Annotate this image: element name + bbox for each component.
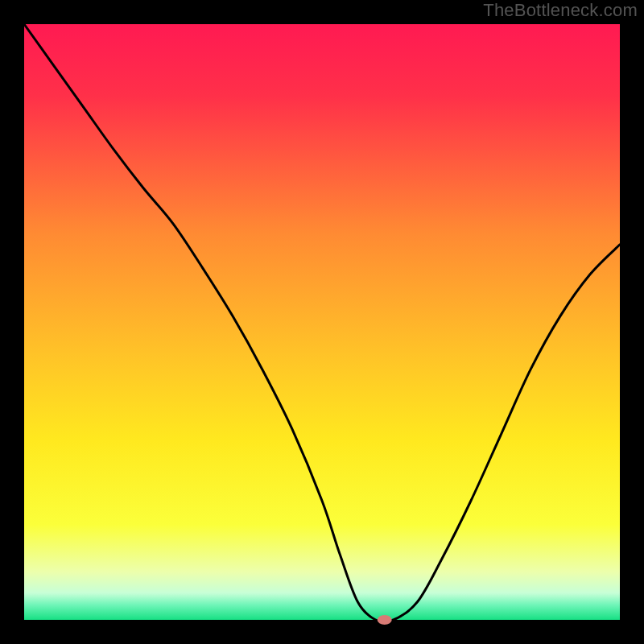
bottleneck-chart: TheBottleneck.com xyxy=(0,0,644,644)
optimal-marker xyxy=(378,615,392,625)
chart-svg xyxy=(0,0,644,644)
attribution-label: TheBottleneck.com xyxy=(483,0,638,21)
plot-background xyxy=(24,24,620,620)
